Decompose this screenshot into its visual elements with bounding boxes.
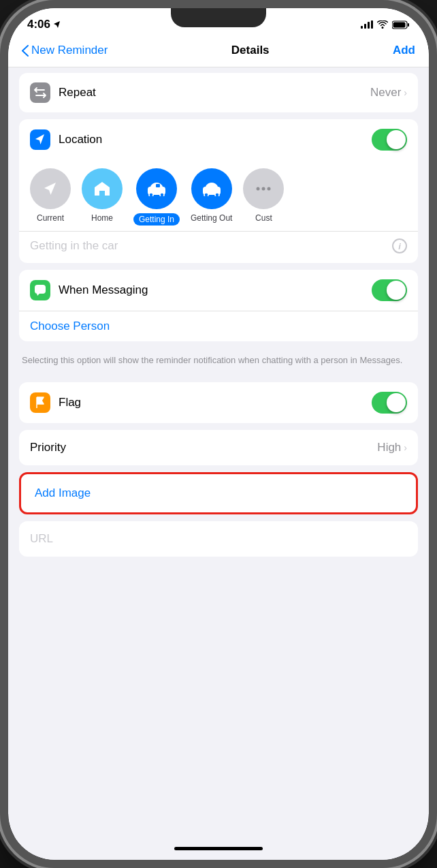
notch: [171, 8, 266, 27]
custom-label: Cust: [255, 213, 272, 223]
location-icon-bg: [30, 129, 50, 150]
priority-card: Priority High ›: [19, 430, 418, 465]
svg-rect-7: [156, 184, 160, 187]
svg-point-12: [262, 187, 265, 191]
phone-frame: 4:06: [0, 0, 437, 868]
nav-title: Details: [231, 44, 270, 57]
add-button[interactable]: Add: [393, 44, 415, 57]
scroll-content: Repeat Never › Location: [8, 67, 429, 837]
location-options: Current Home: [19, 160, 418, 231]
message-icon: [34, 284, 46, 296]
add-image-label: Add Image: [35, 486, 91, 500]
home-label: Home: [91, 213, 113, 223]
current-label: Current: [37, 213, 64, 223]
location-option-getting-out[interactable]: Getting Out: [191, 168, 232, 226]
location-option-home[interactable]: Home: [82, 168, 123, 226]
messaging-helper-text: Selecting this option will show the remi…: [8, 348, 429, 375]
url-placeholder: URL: [30, 532, 53, 545]
svg-rect-3: [393, 22, 406, 27]
messaging-icon-bg: [30, 280, 50, 300]
getting-in-label: Getting In: [133, 213, 180, 226]
signal-icon: [361, 20, 373, 29]
getting-in-circle: [136, 168, 177, 209]
location-placeholder: Getting in the car: [30, 239, 118, 253]
messaging-toggle[interactable]: [372, 279, 407, 301]
add-image-card[interactable]: Add Image: [19, 472, 418, 514]
svg-point-9: [204, 193, 208, 196]
location-text-row: Getting in the car i: [19, 231, 418, 263]
current-circle: [30, 168, 71, 209]
messaging-label: When Messaging: [59, 283, 372, 297]
svg-rect-2: [408, 23, 409, 27]
repeat-chevron-icon: ›: [404, 87, 407, 98]
flag-toggle[interactable]: [372, 392, 407, 414]
custom-circle: [243, 168, 284, 209]
location-arrow-icon: [53, 20, 61, 29]
priority-label: Priority: [30, 441, 377, 454]
location-arrow-icon: [35, 134, 46, 146]
choose-person-label: Choose Person: [30, 320, 110, 332]
location-option-custom[interactable]: Cust: [243, 168, 284, 226]
location-label: Location: [59, 133, 372, 146]
helper-text-content: Selecting this option will show the remi…: [22, 355, 402, 365]
volume-up-button[interactable]: [0, 131, 3, 172]
repeat-label: Repeat: [59, 86, 370, 99]
location-option-getting-in[interactable]: Getting In: [133, 168, 180, 226]
svg-point-5: [149, 193, 153, 196]
location-card: Location Current: [19, 119, 418, 263]
flag-icon-bg: [30, 392, 50, 413]
status-time: 4:06: [27, 18, 61, 31]
flag-label: Flag: [59, 396, 372, 409]
priority-chevron-icon: ›: [404, 442, 407, 453]
status-icons: [361, 20, 410, 29]
repeat-row[interactable]: Repeat Never ›: [19, 73, 418, 112]
choose-person-row[interactable]: Choose Person: [19, 311, 418, 341]
nav-bar: New Reminder Details Add: [8, 37, 429, 67]
svg-rect-14: [35, 285, 46, 294]
svg-point-6: [160, 193, 164, 196]
location-row: Location: [19, 119, 418, 160]
repeat-card: Repeat Never ›: [19, 73, 418, 112]
flag-icon: [35, 397, 46, 409]
power-button[interactable]: [434, 158, 437, 213]
back-button[interactable]: New Reminder: [22, 44, 108, 57]
getting-out-label: Getting Out: [191, 213, 232, 223]
svg-point-0: [382, 27, 384, 29]
flag-card: Flag: [19, 382, 418, 423]
location-option-current[interactable]: Current: [30, 168, 71, 226]
messaging-row: When Messaging: [19, 270, 418, 311]
svg-point-13: [268, 187, 271, 191]
messaging-card: When Messaging Choose Person: [19, 270, 418, 341]
getting-out-circle: [191, 168, 232, 209]
home-circle: [82, 168, 123, 209]
home-indicator: [8, 837, 429, 860]
svg-point-10: [215, 193, 219, 196]
back-label: New Reminder: [31, 44, 108, 57]
priority-row[interactable]: Priority High ›: [19, 430, 418, 465]
phone-screen: 4:06: [8, 8, 429, 860]
time-display: 4:06: [27, 18, 50, 31]
info-icon[interactable]: i: [392, 238, 407, 253]
priority-value: High: [377, 441, 401, 454]
chevron-left-icon: [22, 45, 29, 57]
home-bar: [174, 847, 263, 850]
wifi-icon: [377, 20, 388, 29]
flag-row: Flag: [19, 382, 418, 423]
repeat-value: Never: [370, 86, 401, 99]
battery-icon: [392, 20, 410, 29]
url-card[interactable]: URL: [19, 521, 418, 557]
location-toggle[interactable]: [372, 129, 407, 151]
repeat-icon: [30, 82, 50, 103]
svg-point-11: [257, 187, 260, 191]
volume-down-button[interactable]: [0, 185, 3, 226]
